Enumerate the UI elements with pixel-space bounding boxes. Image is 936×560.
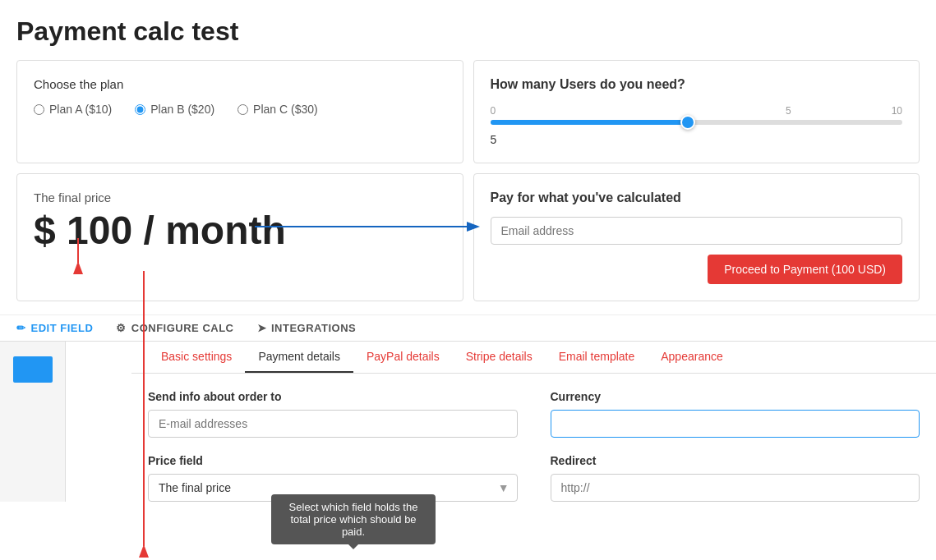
final-price-card: The final price $ 100 / month xyxy=(16,173,463,301)
final-price-label: The final price xyxy=(34,190,446,204)
pencil-icon: ✏ xyxy=(16,322,26,334)
sidebar-blue-element[interactable] xyxy=(13,356,53,383)
choose-plan-label: Choose the plan xyxy=(34,77,446,91)
tab-basic-settings[interactable]: Basic settings xyxy=(148,342,245,373)
plan-a-radio[interactable] xyxy=(34,104,44,115)
currency-label: Currency xyxy=(551,390,920,403)
plan-a-label: Plan A ($10) xyxy=(49,103,112,116)
tab-email-template[interactable]: Email template xyxy=(546,342,648,373)
send-info-label: Send info about order to xyxy=(148,390,518,403)
slider-thumb[interactable] xyxy=(680,115,695,130)
plan-options: Plan A ($10) Plan B ($20) Plan C ($30) xyxy=(34,103,446,116)
gear-icon: ⚙ xyxy=(116,322,127,334)
slider-value: 5 xyxy=(491,133,903,146)
tab-appearance[interactable]: Appearance xyxy=(648,342,736,373)
send-info-input[interactable] xyxy=(148,410,518,438)
send-icon: ➤ xyxy=(257,322,267,334)
plan-b-option[interactable]: Plan B ($20) xyxy=(135,103,214,116)
plan-c-radio[interactable] xyxy=(237,104,248,115)
slider-track xyxy=(491,120,903,125)
users-slider-card: How many Users do you need? 0 5 10 5 xyxy=(473,60,920,163)
slider-labels: 0 5 10 xyxy=(491,105,903,117)
tab-stripe-details[interactable]: Stripe details xyxy=(453,342,546,373)
proceed-to-payment-button[interactable]: Proceed to Payment (100 USD) xyxy=(708,255,902,284)
slider-fill xyxy=(491,120,689,125)
redirect-label: Redirect xyxy=(551,454,920,467)
configure-calc-button[interactable]: ⚙ CONFIGURE CALC xyxy=(116,322,233,334)
form-right: Currency U.S. Dollar Redirect xyxy=(551,390,920,502)
tooltip-box: Select which field holds the total price… xyxy=(271,494,436,502)
tabs-wrapper: Basic settings Payment details PayPal de… xyxy=(131,342,936,374)
edit-field-label: EDIT FIELD xyxy=(31,322,94,334)
tab-payment-details[interactable]: Payment details xyxy=(245,342,353,373)
content-area: Basic settings Payment details PayPal de… xyxy=(0,342,936,502)
slider-max-label: 10 xyxy=(892,105,902,117)
integrations-button[interactable]: ➤ INTEGRATIONS xyxy=(257,322,357,334)
slider-mid-label: 5 xyxy=(786,105,791,117)
slider-container[interactable] xyxy=(491,120,903,125)
tab-paypal-details[interactable]: PayPal details xyxy=(353,342,453,373)
redirect-input[interactable] xyxy=(551,474,920,502)
final-price-value: $ 100 / month xyxy=(34,208,446,253)
choose-plan-card: Choose the plan Plan A ($10) Plan B ($20… xyxy=(16,60,463,163)
main-content: Basic settings Payment details PayPal de… xyxy=(66,342,936,502)
form-section: Send info about order to Price field The… xyxy=(66,374,936,502)
payment-title: Pay for what you've calculated xyxy=(491,190,903,205)
slider-min-label: 0 xyxy=(491,105,496,117)
edit-field-button[interactable]: ✏ EDIT FIELD xyxy=(16,322,93,334)
form-left: Send info about order to Price field The… xyxy=(148,390,518,502)
price-field-label: Price field xyxy=(148,454,518,467)
plan-c-label: Plan C ($30) xyxy=(253,103,318,116)
users-label: How many Users do you need? xyxy=(491,77,903,92)
left-sidebar xyxy=(0,342,66,502)
plan-c-option[interactable]: Plan C ($30) xyxy=(237,103,318,116)
email-address-input[interactable] xyxy=(491,217,903,245)
plan-a-option[interactable]: Plan A ($10) xyxy=(34,103,112,116)
configure-calc-label: CONFIGURE CALC xyxy=(131,322,234,334)
page-title: Payment calc test xyxy=(0,0,936,60)
currency-input[interactable]: U.S. Dollar xyxy=(551,410,920,438)
toolbar: ✏ EDIT FIELD ⚙ CONFIGURE CALC ➤ INTEGRAT… xyxy=(0,314,936,341)
payment-card: Pay for what you've calculated Proceed t… xyxy=(473,173,920,301)
plan-b-radio[interactable] xyxy=(135,104,145,115)
plan-b-label: Plan B ($20) xyxy=(150,103,214,116)
integrations-label: INTEGRATIONS xyxy=(271,322,356,334)
